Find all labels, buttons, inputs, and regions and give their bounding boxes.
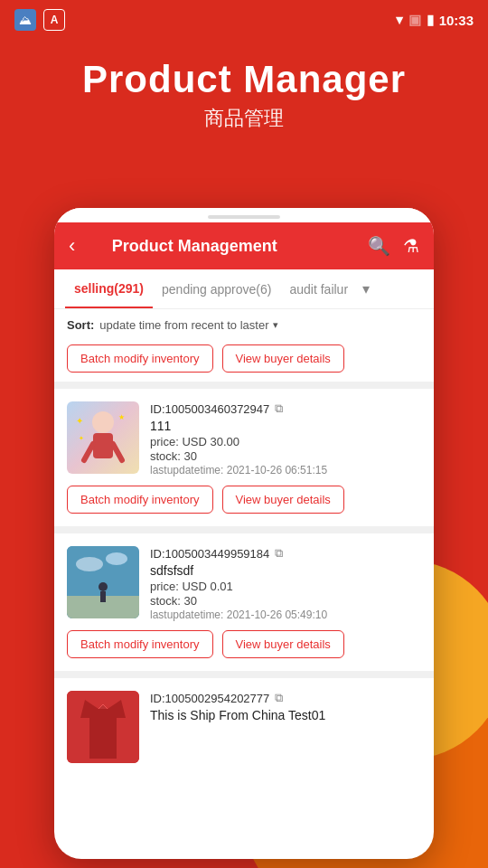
back-button[interactable]: ‹	[69, 234, 75, 258]
tab-dropdown-icon[interactable]: ▾	[357, 269, 375, 308]
product-card-2: ID:1005003449959184 ⧉ sdfsfsdf price: US…	[54, 533, 434, 671]
product-main-2: ID:1005003449959184 ⧉ sdfsfsdf price: US…	[67, 546, 421, 621]
signal-icon: ▣	[408, 12, 421, 28]
phone-content: selling(291) pending approve(6) audit fa…	[54, 269, 434, 859]
batch-modify-button-2[interactable]: Batch modify inventory	[67, 630, 213, 658]
product-card-1: ✦ ★ ✦ ID:1005003460372947 ⧉ 111 price: U…	[54, 389, 434, 526]
top-batch-modify-button[interactable]: Batch modify inventory	[67, 344, 213, 373]
product-image-3	[67, 691, 139, 763]
filter-icon[interactable]: ⚗	[403, 235, 419, 257]
product-name-2: sdfsfsdf	[150, 563, 421, 578]
wifi-icon: ▾	[396, 12, 403, 28]
svg-text:★: ★	[118, 413, 125, 421]
clothes-svg	[67, 691, 139, 763]
product-info-2: ID:1005003449959184 ⧉ sdfsfsdf price: US…	[150, 546, 421, 621]
card-actions-2: Batch modify inventory View buyer detail…	[67, 630, 421, 658]
product-img-wrapper-2	[67, 546, 139, 618]
header-area: Product Manager 商品管理	[0, 40, 488, 159]
inner-navbar: ‹ Product Management 🔍 ⚗	[54, 222, 434, 269]
product-info-1: ID:1005003460372947 ⧉ 111 price: USD 30.…	[150, 401, 421, 476]
product-info-3: ID:1005002954202777 ⧉ This is Ship From …	[150, 691, 421, 724]
status-bar-apps: ⛰ A	[14, 9, 65, 31]
product-image-2	[67, 546, 139, 618]
card-actions-1: Batch modify inventory View buyer detail…	[67, 486, 421, 514]
time-display: 10:33	[439, 13, 474, 28]
product-img-wrapper-1: ✦ ★ ✦	[67, 401, 139, 474]
top-action-row: Batch modify inventory View buyer detail…	[54, 341, 434, 382]
tab-audit[interactable]: audit failur	[280, 271, 357, 307]
top-view-buyer-button[interactable]: View buyer details	[222, 344, 344, 373]
product-stock-1: stock: 30	[150, 449, 421, 463]
svg-point-8	[106, 552, 127, 565]
svg-text:✦: ✦	[76, 416, 83, 426]
svg-rect-1	[93, 433, 113, 458]
svg-point-7	[76, 557, 103, 571]
svg-text:✦: ✦	[79, 435, 84, 441]
tab-pending[interactable]: pending approve(6)	[153, 271, 280, 307]
product-main-3: ID:1005002954202777 ⧉ This is Ship From …	[67, 691, 421, 763]
phone-notch	[54, 208, 434, 222]
product-time-1: lastupdatetime: 2021-10-26 06:51:15	[150, 464, 421, 476]
product-id-row-1: ID:1005003460372947 ⧉	[150, 401, 421, 416]
view-buyer-button-2[interactable]: View buyer details	[222, 630, 344, 658]
product-price-1: price: USD 30.00	[150, 435, 421, 448]
copy-icon-3[interactable]: ⧉	[275, 691, 283, 705]
svg-point-9	[99, 582, 108, 591]
product-time-2: lastupdatetime: 2021-10-26 05:49:10	[150, 609, 421, 621]
product-id-row-2: ID:1005003449959184 ⧉	[150, 546, 421, 561]
product-price-2: price: USD 0.01	[150, 580, 421, 593]
search-icon[interactable]: 🔍	[368, 235, 390, 257]
app-title: Product Manager	[0, 58, 488, 101]
divider-1	[54, 382, 434, 389]
divider-3	[54, 671, 434, 678]
status-bar: ⛰ A ▾ ▣ ▮ 10:33	[0, 0, 488, 40]
navbar-title: Product Management	[86, 237, 303, 256]
tab-selling[interactable]: selling(291)	[65, 270, 153, 308]
svg-rect-10	[100, 591, 106, 602]
product-image-1: ✦ ★ ✦	[67, 401, 139, 474]
product-id-2: ID:1005003449959184	[150, 547, 269, 561]
product-id-row-3: ID:1005002954202777 ⧉	[150, 691, 421, 705]
product-name-3: This is Ship From China Test01	[150, 708, 421, 722]
product-name-1: 111	[150, 419, 421, 433]
product-main-1: ✦ ★ ✦ ID:1005003460372947 ⧉ 111 price: U…	[67, 401, 421, 476]
app-subtitle: 商品管理	[0, 105, 488, 132]
photo-app-icon: ⛰	[14, 9, 36, 31]
notch-bar	[208, 215, 280, 219]
product-card-3: ID:1005002954202777 ⧉ This is Ship From …	[54, 678, 434, 776]
product-stock-2: stock: 30	[150, 594, 421, 608]
product-id-1: ID:1005003460372947	[150, 402, 269, 416]
nav-icons: 🔍 ⚗	[368, 235, 419, 257]
battery-icon: ▮	[427, 12, 434, 28]
sort-value: update time from recent to laster	[99, 318, 268, 332]
batch-modify-button-1[interactable]: Batch modify inventory	[67, 486, 213, 514]
svg-point-0	[92, 411, 114, 433]
a-app-icon: A	[43, 9, 65, 31]
divider-2	[54, 526, 434, 533]
scene-svg	[67, 546, 139, 618]
product-img-wrapper-3	[67, 691, 139, 763]
sort-bar: Sort: update time from recent to laster …	[54, 309, 434, 341]
sort-arrow-icon[interactable]: ▾	[273, 319, 278, 331]
view-buyer-button-1[interactable]: View buyer details	[222, 486, 344, 514]
copy-icon-1[interactable]: ⧉	[275, 401, 283, 416]
tabs-bar: selling(291) pending approve(6) audit fa…	[54, 269, 434, 309]
copy-icon-2[interactable]: ⧉	[275, 546, 283, 561]
phone-frame: ‹ Product Management 🔍 ⚗ selling(291) pe…	[54, 208, 434, 859]
product-id-3: ID:1005002954202777	[150, 692, 269, 705]
sort-label: Sort:	[67, 318, 94, 332]
anime-svg: ✦ ★ ✦	[71, 406, 135, 469]
status-bar-right: ▾ ▣ ▮ 10:33	[396, 12, 474, 28]
